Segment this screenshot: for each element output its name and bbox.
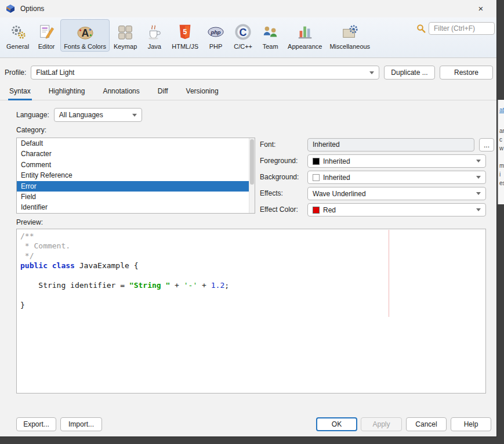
toolbar-item-html-js[interactable]: 5 HTML/JS [168, 19, 202, 52]
category-item[interactable]: Identifier [17, 202, 255, 212]
scrollbar-thumb[interactable] [250, 139, 254, 185]
effect-color-label: Effect Color: [260, 203, 298, 216]
close-icon[interactable]: × [471, 0, 491, 17]
font-more-button[interactable]: ... [479, 138, 494, 151]
background-combobox[interactable]: Inherited [307, 171, 486, 184]
code-line: public class JavaExample { [20, 261, 485, 270]
language-value: All Languages [59, 111, 103, 119]
ok-button[interactable]: OK [316, 417, 357, 431]
java-coffee-icon [144, 21, 164, 42]
miscellaneous-icon [340, 21, 360, 42]
toolbar-item-c-cpp[interactable]: C C/C++ [230, 19, 256, 52]
font-field: Inherited [307, 138, 474, 151]
team-icon [260, 21, 280, 42]
foreground-combobox[interactable]: Inherited [307, 154, 486, 168]
tab-annotations[interactable]: Annotations [101, 84, 140, 100]
background-text-fragment: es [499, 180, 504, 186]
code-line [20, 290, 485, 300]
background-text-fragment: i [499, 171, 501, 178]
toolbar-label: Team [263, 43, 278, 50]
code-line: * Comment. [20, 241, 485, 251]
effects-combobox[interactable]: Wave Underlined [307, 187, 486, 200]
background-text-fragment: c [499, 136, 502, 143]
window-title: Options [20, 5, 44, 13]
svg-text:A: A [81, 27, 89, 39]
toolbar-item-java[interactable]: Java [141, 19, 168, 52]
profile-row: Profile: FlatLaf Light Duplicate ... Res… [5, 65, 493, 80]
toolbar-item-miscellaneous[interactable]: Miscellaneous [326, 19, 374, 52]
options-dialog: Options × General [0, 0, 497, 437]
export-button[interactable]: Export... [16, 417, 56, 431]
category-item[interactable]: Comment [17, 160, 255, 170]
foreground-value: Inherited [323, 157, 350, 165]
foreground-label: Foreground: [260, 154, 298, 168]
toolbar-label: HTML/JS [172, 43, 198, 50]
background-text-fragment: ans [499, 128, 504, 134]
svg-text:5: 5 [183, 28, 187, 36]
svg-text:C: C [240, 27, 247, 38]
filter-area [416, 22, 495, 35]
toolbar-label: Java [148, 43, 161, 50]
import-button[interactable]: Import... [60, 417, 102, 431]
restore-button[interactable]: Restore [440, 66, 493, 80]
duplicate-button[interactable]: Duplicate ... [384, 66, 435, 80]
language-combobox[interactable]: All Languages [54, 108, 142, 122]
background-color-swatch [313, 174, 320, 181]
profile-label: Profile: [5, 68, 26, 77]
search-icon [416, 24, 426, 33]
toolbar-item-keymap[interactable]: Keymap [110, 19, 140, 52]
svg-text:php: php [211, 30, 221, 35]
code-line [20, 270, 485, 280]
background-text-fragment: w [499, 145, 503, 151]
fonts-colors-icon: A [75, 21, 95, 42]
effects-value: Wave Underlined [313, 190, 366, 198]
toolbar-item-appearance[interactable]: Appearance [284, 19, 325, 52]
toolbar-item-general[interactable]: General [3, 19, 32, 52]
category-scrollbar[interactable] [249, 138, 255, 213]
toolbar-label: Miscellaneous [329, 43, 370, 50]
background-text-fragment: ate [499, 107, 504, 113]
preview-code: /** * Comment. */public class JavaExampl… [20, 231, 485, 310]
effect-color-combobox[interactable]: Red [307, 203, 486, 216]
chevron-down-icon [476, 208, 481, 211]
toolbar-item-editor[interactable]: Editor [33, 19, 60, 52]
apply-button[interactable]: Apply [361, 417, 402, 431]
chevron-down-icon [476, 176, 481, 179]
gears-icon [8, 21, 28, 42]
toolbar-label: Keymap [114, 43, 137, 50]
category-list: DefaultCharacterCommentEntity ReferenceE… [16, 138, 255, 214]
toolbar-item-fonts-colors[interactable]: A Fonts & Colors [60, 19, 110, 52]
category-item[interactable]: Character [17, 149, 255, 159]
c-cpp-icon: C [233, 21, 253, 42]
html5-icon: 5 [175, 21, 195, 42]
effect-color-swatch [313, 207, 320, 214]
tab-syntax[interactable]: Syntax [8, 84, 32, 100]
toolbar-item-team[interactable]: Team [257, 19, 284, 52]
code-line: /** [20, 231, 485, 241]
tab-highlighting[interactable]: Highlighting [48, 84, 86, 100]
help-button[interactable]: Help [451, 417, 491, 431]
category-item[interactable]: Error [17, 181, 255, 192]
chevron-down-icon [132, 114, 137, 117]
toolbar-label: Fonts & Colors [64, 43, 106, 50]
editor-icon [37, 21, 56, 42]
background-label: Background: [260, 171, 299, 184]
chevron-down-icon [476, 192, 481, 195]
toolbar-item-php[interactable]: php PHP [202, 19, 229, 52]
php-icon: php [206, 21, 226, 42]
font-label: Font: [260, 138, 275, 151]
tab-versioning[interactable]: Versioning [185, 84, 220, 100]
category-label: Category: [16, 126, 46, 134]
effects-label: Effects: [260, 187, 283, 200]
right-margin-line [389, 230, 389, 317]
profile-combobox[interactable]: FlatLaf Light [31, 66, 379, 80]
category-item[interactable]: Entity Reference [17, 170, 255, 181]
tab-bar: Syntax Highlighting Annotations Diff Ver… [0, 85, 496, 100]
tab-diff[interactable]: Diff [157, 84, 169, 100]
filter-input[interactable] [429, 22, 495, 35]
language-label: Language: [16, 111, 49, 119]
category-item[interactable]: Default [17, 138, 255, 149]
cancel-button[interactable]: Cancel [406, 417, 447, 431]
foreground-color-swatch [313, 158, 320, 165]
category-item[interactable]: Field [17, 192, 255, 202]
